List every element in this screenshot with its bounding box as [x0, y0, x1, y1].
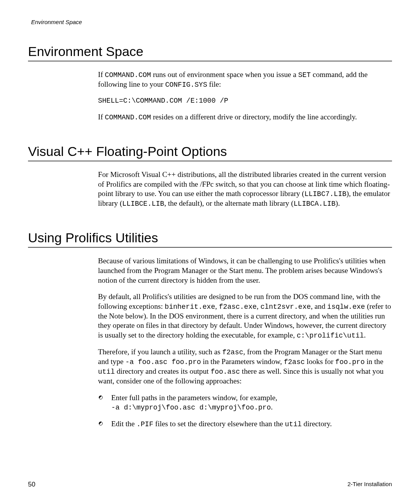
paragraph: If COMMAND.COM resides on a different dr…	[98, 112, 392, 122]
paragraph: For Microsoft Visual C++ distributions, …	[98, 170, 392, 208]
list-item: Enter full paths in the parameters windo…	[98, 393, 392, 413]
section-rule	[28, 61, 392, 61]
paragraph: Therefore, if you launch a utility, such…	[98, 347, 392, 386]
section-rule	[28, 161, 392, 161]
section-body-environment-space: If COMMAND.COM runs out of environment s…	[98, 70, 392, 122]
section-title-vcpp: Visual C++ Floating-Point Options	[28, 144, 392, 159]
page-number: 50	[28, 481, 35, 488]
section-rule	[28, 247, 392, 248]
section-body-vcpp: For Microsoft Visual C++ distributions, …	[98, 170, 392, 208]
list-item: Edit the .PIF files to set the directory…	[98, 419, 392, 429]
code-line: SHELL=C:\COMMAND.COM /E:1000 /P	[98, 96, 392, 105]
section-title-utilities: Using Prolifics Utilities	[28, 230, 392, 245]
section-body-utilities: Because of various limitations of Window…	[98, 256, 392, 429]
bullet-list: Enter full paths in the parameters windo…	[98, 393, 392, 429]
paragraph: By default, all Prolifics's utilities ar…	[98, 292, 392, 340]
paragraph: Because of various limitations of Window…	[98, 256, 392, 285]
page-footer: 50 2-Tier Installation	[28, 481, 392, 488]
paragraph: If COMMAND.COM runs out of environment s…	[98, 70, 392, 89]
section-title-environment-space: Environment Space	[28, 44, 392, 59]
footer-label: 2-Tier Installation	[348, 481, 392, 488]
running-header: Environment Space	[31, 19, 392, 25]
